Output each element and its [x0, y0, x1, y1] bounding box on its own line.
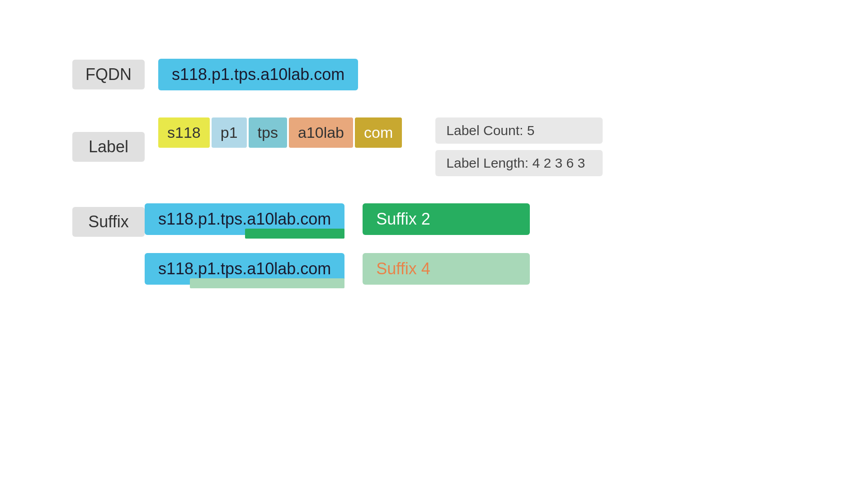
- suffix-right: Suffix 2 Suffix 4: [363, 203, 530, 285]
- fqdn-label: FQDN: [72, 60, 145, 89]
- label-part-com: com: [355, 117, 402, 148]
- suffix-fqdn-block-1: s118.p1.tps.a10lab.com: [145, 203, 344, 235]
- suffix-2-box: Suffix 2: [363, 203, 530, 235]
- label-part-a10lab: a10lab: [289, 117, 353, 148]
- suffix-fqdn-container: s118.p1.tps.a10lab.com s118.p1.tps.a10la…: [145, 203, 344, 285]
- fqdn-value: s118.p1.tps.a10lab.com: [158, 59, 358, 90]
- suffix-fqdn-block-2: s118.p1.tps.a10lab.com: [145, 253, 344, 285]
- suffix-row: Suffix s118.p1.tps.a10lab.com s118.p1.tp…: [72, 203, 603, 285]
- fqdn-row: FQDN s118.p1.tps.a10lab.com: [72, 59, 603, 90]
- label-row: Label s118 p1 tps a10lab com Label Count…: [72, 117, 603, 176]
- label-part-p1: p1: [212, 117, 247, 148]
- label-length: Label Length: 4 2 3 6 3: [435, 150, 603, 176]
- label-part-s118: s118: [158, 117, 210, 148]
- suffix-underline-light: [190, 278, 344, 288]
- label-label: Label: [72, 132, 145, 162]
- suffix-underline-green: [245, 229, 344, 239]
- suffix-4-box: Suffix 4: [363, 253, 530, 285]
- suffix-label: Suffix: [72, 207, 145, 237]
- main-container: FQDN s118.p1.tps.a10lab.com Label s118 p…: [72, 59, 603, 285]
- label-parts: s118 p1 tps a10lab com: [158, 117, 404, 148]
- label-info: Label Count: 5 Label Length: 4 2 3 6 3: [435, 117, 603, 176]
- label-part-tps: tps: [249, 117, 287, 148]
- label-count: Label Count: 5: [435, 117, 603, 144]
